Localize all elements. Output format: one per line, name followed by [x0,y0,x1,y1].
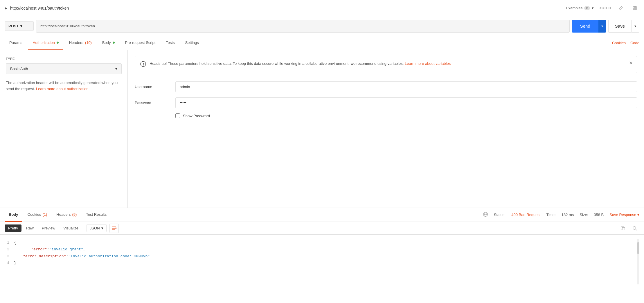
resp-tab-cookies[interactable]: Cookies (1) [24,208,51,222]
format-pretty-button[interactable]: Pretty [5,224,21,232]
response-tabs: Body Cookies (1) Headers (9) Test Result… [0,208,644,222]
alert-icon: ! [140,61,146,68]
size-label: Size: [580,213,588,217]
alert-box: ! Heads up! These parameters hold sensit… [135,56,637,73]
tab-authorization[interactable]: Authorization [28,36,63,50]
tab-prerequest-label: Pre-request Script [125,40,156,45]
format-raw-button[interactable]: Raw [23,224,37,232]
size-value: 358 B [594,213,604,217]
save-button-group: Save ▾ [608,20,639,33]
save-response-button[interactable]: Save Response ▾ [609,213,639,217]
tabs-right-links: Cookies Code [612,41,639,45]
globe-icon [483,212,488,218]
resp-tab-headers[interactable]: Headers (9) [52,208,81,222]
search-button[interactable] [630,224,639,233]
tab-prerequest[interactable]: Pre-request Script [120,36,160,50]
password-input[interactable] [175,97,637,108]
format-visualize-button[interactable]: Visualize [60,224,82,232]
time-label: Time: [546,213,556,217]
show-password-checkbox[interactable] [175,113,180,118]
username-label: Username [135,85,170,89]
show-password-label: Show Password [183,114,210,118]
tab-tests[interactable]: Tests [161,36,179,50]
status-value: 400 Bad Request [511,213,540,217]
username-row: Username [135,81,637,92]
svg-rect-11 [622,227,625,230]
tab-settings[interactable]: Settings [181,36,204,50]
url-input[interactable] [36,20,570,33]
learn-more-link[interactable]: Learn more about authorization [36,87,89,91]
url-bar: ▶ http://localhost:9401/oauth/token Exam… [0,0,644,16]
save-response-chevron-icon: ▾ [637,213,639,217]
svg-rect-1 [634,6,636,8]
response-area: Body Cookies (1) Headers (9) Test Result… [0,208,644,289]
password-row: Password [135,97,637,108]
request-tabs: Params Authorization Headers (10) Body P… [0,36,644,50]
alert-close-button[interactable]: ✕ [629,60,633,66]
resp-tab-test-results[interactable]: Test Results [82,208,111,222]
code-line-2: "error" : "invalid_grant" , [14,246,637,253]
code-area: 1 2 3 4 { "error" : "invalid_grant" , "e… [0,235,644,289]
body-active-dot [113,42,115,44]
request-title: http://localhost:9401/oauth/token [10,6,566,10]
method-select[interactable]: POST ▾ [5,21,34,31]
svg-text:!: ! [143,63,144,66]
scrollbar[interactable] [637,239,639,284]
main-content: TYPE Basic Auth ▾ The authorization head… [0,50,644,208]
send-button-group: Send ▾ [572,20,606,33]
send-button[interactable]: Send [572,20,598,33]
username-input[interactable] [175,81,637,92]
response-meta: Status: 400 Bad Request Time: 182 ms Siz… [483,212,639,218]
tab-headers[interactable]: Headers (10) [64,36,96,50]
auth-type-value: Basic Auth [10,67,28,71]
svg-point-12 [633,227,636,229]
format-type-select[interactable]: JSON ▾ [87,224,107,232]
request-bar: POST ▾ Send ▾ Save ▾ [0,16,644,36]
examples-button[interactable]: Examples 0 ▾ [566,6,594,10]
auth-type-chevron-icon: ▾ [115,67,117,71]
save-dropdown-button[interactable]: ▾ [631,20,639,33]
tab-tests-label: Tests [166,40,175,45]
tab-headers-label: Headers [69,40,83,45]
chevron-down-icon: ▾ [592,6,594,10]
tab-body-label: Body [102,40,111,45]
code-link[interactable]: Code [630,41,639,45]
tab-settings-label: Settings [185,40,199,45]
tab-authorization-label: Authorization [33,40,55,45]
build-button[interactable]: BUILD [598,6,611,10]
resp-tab-body-label: Body [9,212,18,217]
resp-tab-body[interactable]: Body [5,208,22,222]
examples-label: Examples [566,6,582,10]
format-type-chevron-icon: ▾ [101,226,103,230]
auth-right-panel: ! Heads up! These parameters hold sensit… [128,50,644,208]
code-line-1: { [14,239,637,246]
headers-count: (10) [85,40,92,45]
cookies-link[interactable]: Cookies [612,41,626,45]
method-value: POST [8,24,19,28]
format-bar: Pretty Raw Preview Visualize JSON ▾ [0,222,644,235]
format-preview-button[interactable]: Preview [38,224,59,232]
learn-more-variables-link[interactable]: Learn more about variables [405,61,451,66]
examples-count: 0 [584,6,590,10]
svg-rect-2 [634,8,636,10]
scroll-thumb[interactable] [637,242,639,254]
password-label: Password [135,101,170,105]
show-password-row: Show Password [175,113,637,118]
url-bar-actions: Examples 0 ▾ BUILD [566,3,639,13]
auth-type-select[interactable]: Basic Auth ▾ [6,63,122,74]
wrap-lines-button[interactable] [109,224,119,233]
method-chevron-icon: ▾ [20,24,22,28]
authorization-active-dot [57,42,59,44]
code-line-4: } [14,260,637,266]
save-button[interactable]: Save [608,20,631,33]
edit-icon[interactable] [616,3,625,13]
auth-description: The authorization header will be automat… [6,80,122,92]
resp-headers-count: (9) [72,212,77,217]
save-icon[interactable] [630,3,639,13]
send-dropdown-button[interactable]: ▾ [598,20,606,33]
copy-button[interactable] [618,224,628,233]
tab-body[interactable]: Body [98,36,119,50]
tab-params[interactable]: Params [5,36,27,50]
format-type-value: JSON [90,226,100,230]
expand-arrow-icon[interactable]: ▶ [5,6,7,10]
